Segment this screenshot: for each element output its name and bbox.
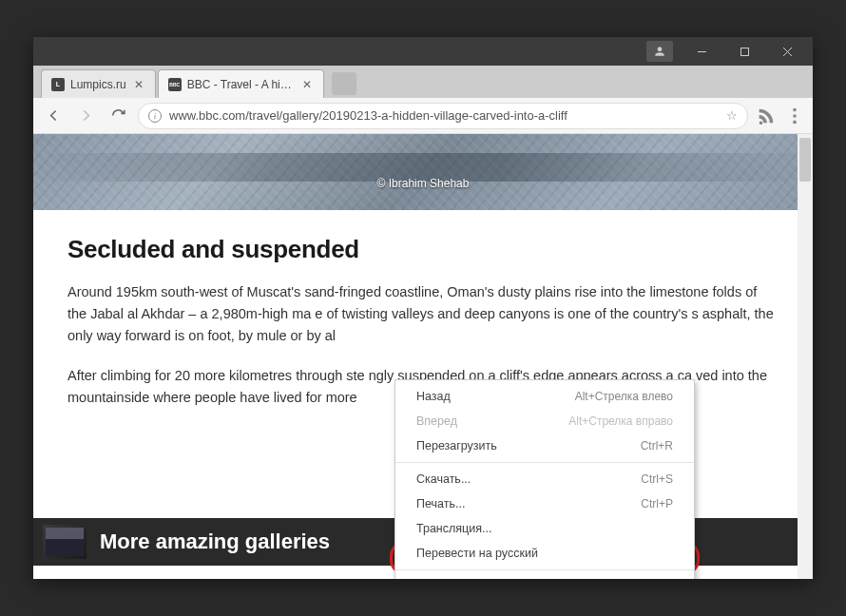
bookmark-icon[interactable]: ☆ [726,108,738,123]
menu-icon[interactable] [784,106,805,126]
ctx-reload[interactable]: ПерезагрузитьCtrl+R [395,433,694,458]
tab-title: BBC - Travel - A hidden v [187,78,295,91]
gallery-thumbnail[interactable] [43,525,87,559]
svg-point-5 [793,114,797,118]
ctx-cast[interactable]: Трансляция... [395,516,694,541]
ctx-view-source[interactable]: Просмотр кода страницыCtrl+U [395,574,694,579]
article-paragraph: Around 195km south-west of Muscat's sand… [67,281,779,348]
tab-bar: L Lumpics.ru ✕ BBC BBC - Travel - A hidd… [33,66,813,98]
browser-window: L Lumpics.ru ✕ BBC BBC - Travel - A hidd… [33,37,813,579]
close-button[interactable] [766,37,809,66]
gallery-title: More amazing galleries [100,529,330,554]
user-profile-button[interactable] [646,41,673,62]
minimize-button[interactable] [681,37,723,66]
reload-button[interactable] [106,104,130,128]
back-button[interactable] [41,104,66,128]
address-bar: i www.bbc.com/travel/gallery/20190213-a-… [33,98,813,134]
tab-close-icon[interactable]: ✕ [300,78,314,91]
ctx-translate[interactable]: Перевести на русский [395,541,694,566]
url-input[interactable]: i www.bbc.com/travel/gallery/20190213-a-… [138,103,748,129]
tab-favicon: L [51,78,65,91]
forward-button[interactable] [73,104,98,128]
image-credit: © Ibrahim Shehab [377,177,470,190]
ctx-separator [395,462,694,463]
ctx-forward: ВпередAlt+Стрелка вправо [395,409,694,433]
ctx-print[interactable]: Печать...Ctrl+P [395,491,694,516]
tab-close-icon[interactable]: ✕ [132,78,145,91]
page-content: © Ibrahim Shehab Secluded and suspended … [33,134,813,579]
article-heading: Secluded and suspended [67,235,779,264]
url-text: www.bbc.com/travel/gallery/20190213-a-hi… [169,108,721,123]
ctx-separator [395,569,694,570]
svg-rect-1 [741,48,749,55]
tab-title: Lumpics.ru [70,78,126,91]
hero-image: © Ibrahim Shehab [33,134,813,210]
tab-favicon: BBC [168,78,182,91]
new-tab-button[interactable] [332,72,356,95]
context-menu: НазадAlt+Стрелка влево ВпередAlt+Стрелка… [394,379,695,579]
ctx-save[interactable]: Скачать...Ctrl+S [395,467,694,491]
tab-lumpics[interactable]: L Lumpics.ru ✕ [41,69,156,98]
maximize-button[interactable] [723,37,766,66]
scrollbar[interactable] [798,134,813,579]
ctx-back[interactable]: НазадAlt+Стрелка влево [395,384,694,409]
rss-icon[interactable] [756,106,777,126]
site-info-icon[interactable]: i [148,109,162,123]
svg-point-4 [793,107,797,111]
window-titlebar [33,37,813,66]
svg-point-6 [793,120,797,124]
tab-bbc[interactable]: BBC BBC - Travel - A hidden v ✕ [158,69,324,98]
